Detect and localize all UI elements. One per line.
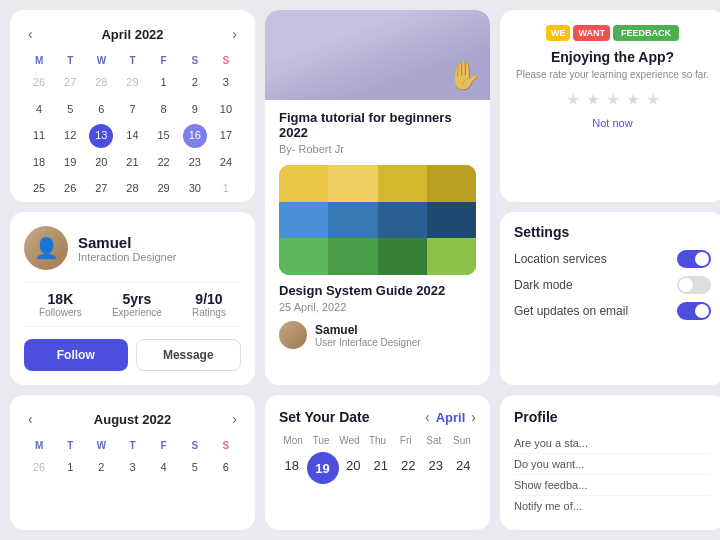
cal-day[interactable]: 21 xyxy=(117,150,147,176)
toggle-knob xyxy=(679,278,693,292)
star-3[interactable]: ★ xyxy=(606,90,620,109)
tutorial-title: Figma tutorial for beginners 2022 xyxy=(279,110,476,140)
cal-day[interactable]: 29 xyxy=(117,70,147,96)
dp-day-label: Fri xyxy=(392,435,420,446)
dp-days[interactable]: 18192021222324 xyxy=(279,452,476,484)
color-swatch xyxy=(328,238,377,275)
dp-day-label: Sun xyxy=(448,435,476,446)
badge-want: WANT xyxy=(573,25,610,41)
cal-day[interactable]: 24 xyxy=(211,150,241,176)
stat-label: Experience xyxy=(112,307,162,318)
cal-day-label: T xyxy=(117,437,147,454)
cal-day[interactable]: 2 xyxy=(180,70,210,96)
cal-day[interactable]: 29 xyxy=(149,176,179,202)
dp-day-label: Thu xyxy=(363,435,391,446)
message-button[interactable]: Message xyxy=(136,339,242,371)
cal-day[interactable]: 25 xyxy=(24,176,54,202)
setting-row: Location services xyxy=(514,250,711,268)
cal-next-button[interactable]: › xyxy=(228,24,241,44)
cal-day[interactable]: 17 xyxy=(211,123,241,149)
august-cal-grid: MTWTFSS26123456 xyxy=(24,437,241,481)
toggle-get-updates-on-email[interactable] xyxy=(677,302,711,320)
cal-day[interactable]: 26 xyxy=(24,70,54,96)
cal-day[interactable]: 4 xyxy=(24,97,54,123)
toggle-knob xyxy=(695,252,709,266)
dp-day[interactable]: 24 xyxy=(451,452,477,484)
cal-day[interactable]: 19 xyxy=(55,150,85,176)
cal-day[interactable]: 16 xyxy=(183,124,207,148)
color-swatch xyxy=(328,202,377,239)
cal-day[interactable]: 12 xyxy=(55,123,85,149)
cal-day[interactable]: 26 xyxy=(24,455,54,481)
cal-day[interactable]: 30 xyxy=(180,176,210,202)
star-2[interactable]: ★ xyxy=(586,90,600,109)
cal-day[interactable]: 13 xyxy=(89,124,113,148)
cal-day[interactable]: 1 xyxy=(55,455,85,481)
dp-day[interactable]: 18 xyxy=(279,452,305,484)
design-author-role: User Interface Designer xyxy=(315,337,421,348)
cal-day[interactable]: 6 xyxy=(86,97,116,123)
cal-day[interactable]: 3 xyxy=(211,70,241,96)
toggle-dark-mode[interactable] xyxy=(677,276,711,294)
cal-day[interactable]: 18 xyxy=(24,150,54,176)
cal-day-label: F xyxy=(149,52,179,69)
august-cal-title: August 2022 xyxy=(94,412,171,427)
cal-day[interactable]: 23 xyxy=(180,150,210,176)
cal-day[interactable]: 5 xyxy=(55,97,85,123)
april-cal-grid: MTWTFSS262728291234567891011121314151617… xyxy=(24,52,241,202)
dp-next-button[interactable]: › xyxy=(471,409,476,425)
profile-list-item: Do you want... xyxy=(514,454,711,475)
cal-day[interactable]: 5 xyxy=(180,455,210,481)
cal-day-label: T xyxy=(55,437,85,454)
cal-day[interactable]: 1 xyxy=(149,70,179,96)
dp-day[interactable]: 19 xyxy=(307,452,339,484)
feedback-title: Enjoying the App? xyxy=(512,49,713,65)
cal-day[interactable]: 22 xyxy=(149,150,179,176)
cal-day-label: S xyxy=(211,52,241,69)
cal-day[interactable]: 7 xyxy=(117,97,147,123)
cal-day[interactable]: 4 xyxy=(149,455,179,481)
cal-day[interactable]: 1 xyxy=(211,176,241,202)
aug-cal-next-button[interactable]: › xyxy=(228,409,241,429)
follow-button[interactable]: Follow xyxy=(24,339,128,371)
design-avatar xyxy=(279,321,307,349)
cal-day[interactable]: 28 xyxy=(117,176,147,202)
cal-day[interactable]: 9 xyxy=(180,97,210,123)
dp-day[interactable]: 22 xyxy=(396,452,422,484)
cal-day[interactable]: 28 xyxy=(86,70,116,96)
stat-label: Followers xyxy=(39,307,82,318)
star-4[interactable]: ★ xyxy=(626,90,640,109)
date-picker-header: Set Your Date ‹ April › xyxy=(279,409,476,425)
cal-prev-button[interactable]: ‹ xyxy=(24,24,37,44)
cal-day[interactable]: 27 xyxy=(86,176,116,202)
cal-day[interactable]: 11 xyxy=(24,123,54,149)
cal-day[interactable]: 27 xyxy=(55,70,85,96)
star-rating[interactable]: ★ ★ ★ ★ ★ xyxy=(512,90,713,109)
cal-day[interactable]: 6 xyxy=(211,455,241,481)
dp-day[interactable]: 23 xyxy=(423,452,449,484)
design-author: Samuel User Interface Designer xyxy=(279,321,476,349)
toggle-location-services[interactable] xyxy=(677,250,711,268)
dp-day[interactable]: 20 xyxy=(341,452,367,484)
cal-day[interactable]: 3 xyxy=(117,455,147,481)
cal-day[interactable]: 2 xyxy=(86,455,116,481)
star-1[interactable]: ★ xyxy=(566,90,580,109)
date-picker-card: Set Your Date ‹ April › MonTueWedThuFriS… xyxy=(265,395,490,530)
aug-cal-prev-button[interactable]: ‹ xyxy=(24,409,37,429)
not-now-button[interactable]: Not now xyxy=(512,117,713,129)
cal-day[interactable]: 20 xyxy=(86,150,116,176)
badge-feedback: FEEDBACK xyxy=(613,25,679,41)
cal-day[interactable]: 14 xyxy=(117,123,147,149)
april-calendar: ‹ April 2022 › MTWTFSS262728291234567891… xyxy=(10,10,255,202)
cal-day[interactable]: 26 xyxy=(55,176,85,202)
cal-day[interactable]: 10 xyxy=(211,97,241,123)
dp-prev-button[interactable]: ‹ xyxy=(425,409,430,425)
dp-days-header: MonTueWedThuFriSatSun xyxy=(279,435,476,446)
cal-day[interactable]: 15 xyxy=(149,123,179,149)
profile-list-items: Are you a sta...Do you want...Show feedb… xyxy=(514,433,711,516)
cal-day[interactable]: 8 xyxy=(149,97,179,123)
star-5[interactable]: ★ xyxy=(646,90,660,109)
dp-day[interactable]: 21 xyxy=(368,452,394,484)
profile-list-title: Profile xyxy=(514,409,711,425)
cal-day-label: W xyxy=(86,52,116,69)
